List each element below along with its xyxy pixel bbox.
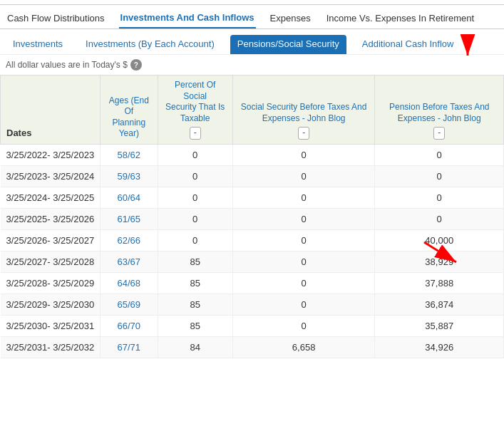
cell-ages: 67/71	[101, 336, 158, 358]
table-row: 3/25/2022- 3/25/202358/62000	[1, 144, 504, 165]
top-nav-item-income-vs.-expenses-in-retirement[interactable]: Income Vs. Expenses In Retirement	[325, 10, 475, 28]
table-row: 3/25/2024- 3/25/202560/64000	[1, 187, 504, 208]
table-head: DatesAges (End OfPlanning Year)Percent O…	[1, 76, 504, 145]
cell-ss_before_taxes: 0	[232, 165, 375, 187]
sub-nav-item-additional-cash-inflow[interactable]: Additional Cash Inflow	[355, 35, 461, 54]
cell-ages: 64/68	[101, 272, 158, 294]
cell-dates: 3/25/2030- 3/25/2031	[1, 315, 101, 336]
table-row: 3/25/2031- 3/25/203267/71846,65834,926	[1, 336, 504, 358]
cell-ages: 63/67	[101, 251, 158, 272]
table-row: 3/25/2029- 3/25/203065/6985036,874	[1, 294, 504, 315]
col-header-pension_before_taxes: Pension Before Taxes And Expenses - John…	[375, 76, 504, 145]
cell-pct_taxable: 85	[158, 272, 232, 294]
cell-dates: 3/25/2024- 3/25/2025	[1, 187, 101, 208]
cell-pension_before_taxes: 34,926	[375, 336, 504, 358]
minus-btn-pct_taxable[interactable]: -	[190, 127, 201, 140]
cell-pension_before_taxes: 40,000	[375, 229, 504, 251]
dollar-note-row: All dollar values are in Today's $ ?	[0, 55, 504, 75]
minus-btn-pension_before_taxes[interactable]: -	[433, 127, 445, 140]
dates-label: Dates	[6, 128, 31, 138]
sub-nav-item-investments[interactable]: Investments	[6, 35, 70, 54]
top-nav-item-expenses[interactable]: Expenses	[269, 10, 312, 28]
cell-ages: 61/65	[101, 208, 158, 229]
cell-ages: 65/69	[101, 294, 158, 315]
sub-nav-container: InvestmentsInvestments (By Each Account)…	[0, 29, 504, 55]
main-content: Cash Flow DistributionsInvestments And C…	[0, 5, 504, 358]
cell-pension_before_taxes: 37,888	[375, 272, 504, 294]
top-nav	[0, 0, 504, 5]
cell-ss_before_taxes: 0	[232, 294, 375, 315]
cell-dates: 3/25/2031- 3/25/2032	[1, 336, 101, 358]
cell-ss_before_taxes: 6,658	[232, 336, 375, 358]
cell-pension_before_taxes: 0	[375, 208, 504, 229]
cell-pct_taxable: 85	[158, 294, 232, 315]
cell-pct_taxable: 0	[158, 165, 232, 187]
cell-dates: 3/25/2027- 3/25/2028	[1, 251, 101, 272]
cell-ss_before_taxes: 0	[232, 208, 375, 229]
cell-ss_before_taxes: 0	[232, 187, 375, 208]
cell-ages: 58/62	[101, 144, 158, 165]
cell-pension_before_taxes: 0	[375, 144, 504, 165]
dollar-note-text: All dollar values are in Today's $	[6, 60, 128, 70]
cell-ages: 62/66	[101, 229, 158, 251]
main-table: DatesAges (End OfPlanning Year)Percent O…	[0, 75, 504, 358]
cell-pct_taxable: 0	[158, 229, 232, 251]
cell-ages: 59/63	[101, 165, 158, 187]
cell-pension_before_taxes: 38,929	[375, 251, 504, 272]
table-row: 3/25/2026- 3/25/202762/660040,000	[1, 229, 504, 251]
cell-ss_before_taxes: 0	[232, 229, 375, 251]
cell-pension_before_taxes: 0	[375, 187, 504, 208]
cell-pension_before_taxes: 0	[375, 165, 504, 187]
sub-nav-item-pensions-social-security[interactable]: Pensions/Social Security	[230, 35, 346, 54]
table-row: 3/25/2023- 3/25/202459/63000	[1, 165, 504, 187]
top-nav-item-cash-flow-distributions[interactable]: Cash Flow Distributions	[6, 10, 106, 28]
table-row: 3/25/2028- 3/25/202964/6885037,888	[1, 272, 504, 294]
top-nav-item-investments-and-cash-inflows[interactable]: Investments And Cash Inflows	[119, 9, 256, 28]
cell-ss_before_taxes: 0	[232, 272, 375, 294]
cell-dates: 3/25/2029- 3/25/2030	[1, 294, 101, 315]
cell-pct_taxable: 85	[158, 315, 232, 336]
col-header-pct_taxable: Percent Of SocialSecurity That Is Taxabl…	[158, 76, 232, 145]
cell-pct_taxable: 0	[158, 208, 232, 229]
cell-ss_before_taxes: 0	[232, 251, 375, 272]
cell-ages: 66/70	[101, 315, 158, 336]
cell-pct_taxable: 0	[158, 187, 232, 208]
cell-pct_taxable: 84	[158, 336, 232, 358]
col-header-ages: Ages (End OfPlanning Year)	[101, 76, 158, 145]
cell-pension_before_taxes: 35,887	[375, 315, 504, 336]
minus-btn-ss_before_taxes[interactable]: -	[298, 127, 309, 140]
cell-dates: 3/25/2023- 3/25/2024	[1, 165, 101, 187]
cell-pension_before_taxes: 36,874	[375, 294, 504, 315]
cell-pct_taxable: 85	[158, 251, 232, 272]
table-wrapper: DatesAges (End OfPlanning Year)Percent O…	[0, 75, 504, 358]
col-header-ss_before_taxes: Social Security Before Taxes And Expense…	[232, 76, 375, 145]
table-body: 3/25/2022- 3/25/202358/620003/25/2023- 3…	[1, 144, 504, 358]
cell-dates: 3/25/2028- 3/25/2029	[1, 272, 101, 294]
table-row: 3/25/2025- 3/25/202661/65000	[1, 208, 504, 229]
table-row: 3/25/2027- 3/25/202863/6785038,929	[1, 251, 504, 272]
cell-ss_before_taxes: 0	[232, 144, 375, 165]
cell-ages: 60/64	[101, 187, 158, 208]
cell-dates: 3/25/2026- 3/25/2027	[1, 229, 101, 251]
cell-pct_taxable: 0	[158, 144, 232, 165]
table-row: 3/25/2030- 3/25/203166/7085035,887	[1, 315, 504, 336]
cell-dates: 3/25/2022- 3/25/2023	[1, 144, 101, 165]
help-icon[interactable]: ?	[130, 59, 142, 71]
page: Cash Flow DistributionsInvestments And C…	[0, 0, 504, 358]
cell-ss_before_taxes: 0	[232, 315, 375, 336]
cell-dates: 3/25/2025- 3/25/2026	[1, 208, 101, 229]
top-nav-container: Cash Flow DistributionsInvestments And C…	[0, 5, 504, 29]
sub-nav-item-investments-by-each-account-[interactable]: Investments (By Each Account)	[78, 35, 222, 54]
col-header-dates: Dates	[1, 76, 101, 145]
